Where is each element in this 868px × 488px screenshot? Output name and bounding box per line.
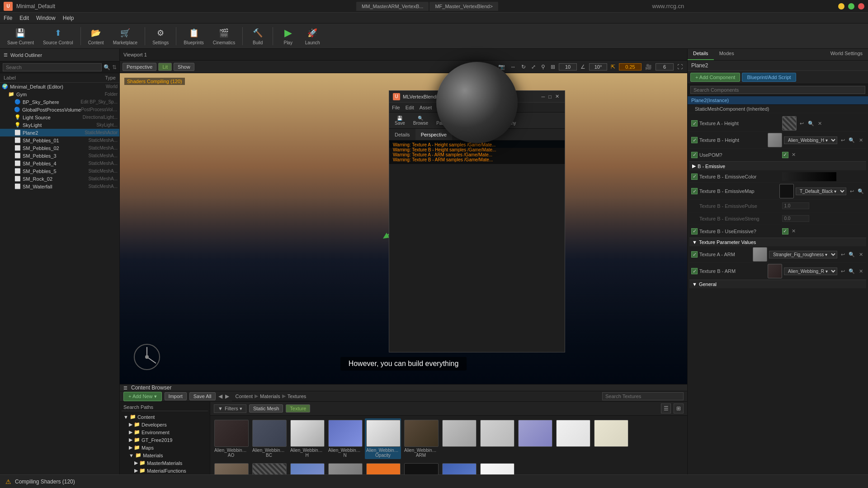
breadcrumb-content[interactable]: Content: [236, 394, 253, 399]
content-button[interactable]: 📂 Content: [85, 25, 108, 47]
outliner-menu-icon[interactable]: ☰: [4, 52, 8, 57]
dropdown-texture-b-height[interactable]: Alien_Webbing_H ▾: [784, 136, 837, 144]
dropdown-emissive-map[interactable]: T_Default_Black ▾: [796, 188, 846, 195]
mat-min-button[interactable]: ─: [542, 94, 545, 99]
vp-icon-angle[interactable]: ∠: [579, 63, 587, 71]
vp-icon-rotate[interactable]: ↻: [519, 63, 528, 71]
dropdown-texture-b-arm[interactable]: Alien_Webbing_R ▾: [784, 267, 837, 275]
checkbox-texture-b-arm[interactable]: ✓: [691, 268, 698, 274]
static-mesh-component[interactable]: StaticMeshComponent (Inherited): [688, 105, 868, 113]
cb-tree-content[interactable]: ▼ 📁 Content: [122, 413, 208, 421]
cb-tree-gt_free2019[interactable]: ▶ 📁 GT_Free2019: [122, 436, 208, 444]
cb-tree-materialfunctions[interactable]: ▶ 📁 MaterialFunctions: [122, 467, 208, 474]
tree-item-sm_waterfall[interactable]: ⬜ SM_Waterfall StaticMeshA...: [0, 183, 119, 190]
asset-row1-7[interactable]: [479, 418, 515, 459]
cb-tree-developers[interactable]: ▶ 📁 Developers: [122, 421, 208, 428]
build-button[interactable]: 🔨 Build: [246, 25, 269, 47]
add-component-button[interactable]: + Add Component: [690, 73, 740, 82]
checkbox-emissive-map[interactable]: ✓: [691, 188, 698, 194]
content-search-input[interactable]: [602, 392, 684, 400]
menu-help[interactable]: Help: [63, 15, 74, 21]
tree-item-gym[interactable]: 📁 Gym Folder: [0, 90, 119, 98]
tab-modes[interactable]: Modes: [714, 49, 740, 60]
mat-max-button[interactable]: □: [548, 94, 552, 99]
vp-icon-cam2[interactable]: 🎥: [643, 63, 654, 71]
vp-icon-maxmin[interactable]: ⛶: [675, 63, 684, 71]
tab-1[interactable]: MM_MasterARM_VertexB...: [356, 2, 429, 11]
tab-details[interactable]: Details: [688, 49, 714, 60]
mat-menu-edit[interactable]: Edit: [406, 105, 414, 110]
asset-row1-10[interactable]: [593, 418, 629, 459]
vp-icon-snap[interactable]: ⚲: [539, 63, 547, 71]
browse-icon-texture-a-arm[interactable]: 🔍: [848, 251, 855, 258]
maximize-button[interactable]: [848, 3, 854, 9]
vp-icon-scale[interactable]: ⤢: [529, 63, 538, 71]
mat-browse-button[interactable]: 🔍 Browse: [410, 115, 431, 127]
outliner-search-input[interactable]: [3, 63, 102, 71]
vp-icon-grid[interactable]: ⊞: [549, 63, 557, 71]
checkbox-texture-a-arm[interactable]: ✓: [691, 251, 698, 258]
lit-button[interactable]: Lit: [158, 63, 172, 71]
play-button[interactable]: ▶ Play: [277, 25, 299, 47]
angle-input[interactable]: [589, 63, 607, 70]
tab-world-settings[interactable]: World Settings: [825, 49, 868, 60]
tree-item-globalpostprocessvolume[interactable]: 🔵 GlobalPostProcessVolume PostProcessVol…: [0, 106, 119, 113]
checkbox-use-emissive[interactable]: ✓: [691, 228, 698, 235]
asset-row1-9[interactable]: [555, 418, 591, 459]
browse-icon-texture-b-h[interactable]: 🔍: [848, 136, 855, 144]
checkbox-texture-a-height[interactable]: ✓: [691, 120, 698, 127]
section-emissive[interactable]: ▶ B - Emissive: [689, 161, 866, 170]
thumb-texture-b-height[interactable]: [768, 133, 782, 147]
tree-item-sm_pebbles_02[interactable]: ⬜ SM_Pebbles_02 StaticMeshA...: [0, 144, 119, 152]
asset-row1-4[interactable]: Alien_Webbing...Opacity: [365, 418, 401, 459]
mat-menu-file[interactable]: File: [392, 105, 400, 110]
cinematics-button[interactable]: 🎬 Cinematics: [209, 25, 239, 47]
tree-item-sm_rock_02[interactable]: ⬜ SM_Rock_02 StaticMeshA...: [0, 175, 119, 183]
minimize-button[interactable]: [838, 3, 844, 9]
cb-menu-icon[interactable]: ☰: [123, 385, 127, 390]
asset-row1-2[interactable]: Alien_Webbing...H: [289, 418, 325, 459]
thumb-emissive-map[interactable]: [779, 184, 794, 198]
close-button[interactable]: [858, 3, 864, 9]
asset-row1-6[interactable]: [441, 418, 477, 459]
add-new-button[interactable]: + Add New ▾: [123, 392, 162, 401]
mat-tab-details[interactable]: Details: [389, 129, 415, 140]
mat-menu-asset[interactable]: Asset: [420, 105, 432, 110]
launch-button[interactable]: 🚀 Launch: [301, 25, 324, 47]
bool-use-pom[interactable]: ✓: [782, 152, 788, 158]
save-current-button[interactable]: 💾 Save Current: [4, 25, 38, 47]
tree-item-minimal_default-(editor)[interactable]: 🌍 Minimal_Default (Editor) World: [0, 83, 119, 90]
cb-tree-mastermaterials[interactable]: ▶ 📁 MasterMaterials: [122, 459, 208, 467]
filters-button[interactable]: ▼ Filters ▾: [214, 404, 246, 413]
clear-icon-texture-a[interactable]: ✕: [816, 120, 824, 127]
thumb-texture-a-height[interactable]: [782, 116, 797, 131]
save-all-button[interactable]: Save All: [189, 392, 216, 400]
thumb-texture-b-arm[interactable]: [768, 264, 782, 278]
checkbox-emissive-color[interactable]: ✓: [691, 174, 698, 180]
bool-use-emissive[interactable]: ✓: [782, 228, 788, 235]
asset-row1-5[interactable]: Alien_Webbing...ARM: [403, 418, 439, 459]
asset-row1-8[interactable]: [517, 418, 553, 459]
cb-tree-environment[interactable]: ▶ 📁 Environment: [122, 428, 208, 436]
cb-tree-materials[interactable]: ▼ 📁 Materials: [122, 451, 208, 459]
tab-2[interactable]: MF_Master_VertexBlend>: [429, 2, 498, 11]
reset-icon-texture-a[interactable]: ↩: [798, 120, 806, 127]
menu-edit[interactable]: Edit: [19, 15, 29, 21]
browse-icon-emissive-map[interactable]: 🔍: [857, 188, 864, 195]
reset-icon-texture-b-h[interactable]: ↩: [839, 136, 846, 144]
sort-icon[interactable]: ⇅: [112, 64, 117, 70]
input-emissive-strength[interactable]: [782, 215, 809, 222]
asset-row1-0[interactable]: Alien_Webbing...AO: [213, 418, 249, 459]
clear-icon-texture-b-h[interactable]: ✕: [857, 136, 864, 144]
perspective-button[interactable]: Perspective: [123, 63, 156, 71]
blueprint-script-button[interactable]: Blueprint/Add Script: [742, 73, 796, 82]
color-strip-emissive[interactable]: [782, 172, 836, 181]
source-control-button[interactable]: ⬆ Source Control: [39, 25, 77, 47]
blueprints-button[interactable]: 📋 Blueprints: [180, 25, 207, 47]
instance-label[interactable]: Plane2(Instance): [688, 96, 868, 105]
tab-static-mesh[interactable]: Static Mesh: [249, 404, 283, 413]
nav-forward-icon[interactable]: ▶: [225, 393, 229, 399]
cb-tree-maps[interactable]: ▶ 📁 Maps: [122, 444, 208, 451]
tab-texture[interactable]: Texture: [286, 404, 310, 413]
asset-row1-3[interactable]: Alien_Webbing...N: [327, 418, 363, 459]
